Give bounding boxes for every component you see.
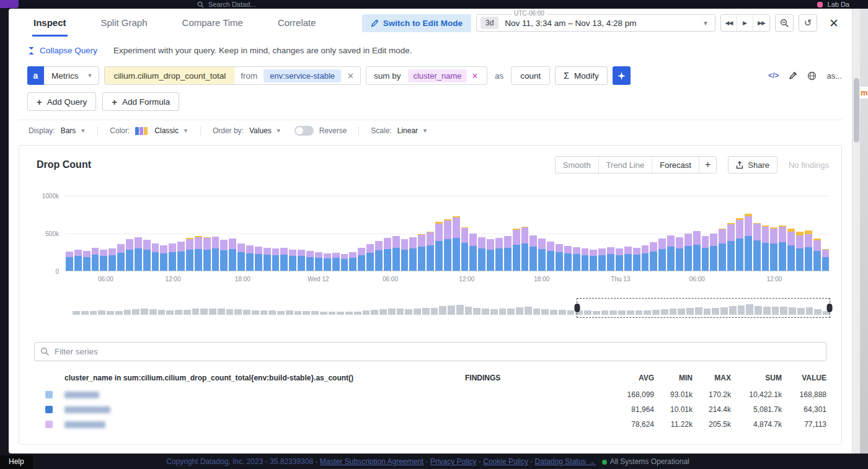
- scrollbar-thumb[interactable]: [854, 78, 859, 142]
- chart-bar[interactable]: [135, 196, 142, 271]
- skip-forward-button[interactable]: ▶▶: [753, 15, 769, 31]
- chart-bar[interactable]: [74, 196, 82, 271]
- chart-bar[interactable]: [306, 196, 314, 271]
- brush-handle-left[interactable]: [574, 304, 580, 312]
- chart-bar[interactable]: [220, 196, 228, 271]
- query-letter-badge[interactable]: a: [27, 66, 44, 85]
- display-type-dropdown[interactable]: Bars▼: [61, 126, 86, 135]
- chart-bar[interactable]: [538, 196, 546, 271]
- metrics-source-dropdown[interactable]: Metrics ▼: [44, 66, 99, 85]
- chart-bar[interactable]: [667, 196, 675, 271]
- chart-bar[interactable]: [495, 196, 503, 271]
- chart-bar[interactable]: [702, 196, 709, 271]
- footer-link[interactable]: Datadog Status →: [535, 457, 596, 466]
- col-max[interactable]: MAX: [693, 374, 731, 382]
- as-count-dropdown[interactable]: count: [511, 66, 550, 85]
- chart-bar[interactable]: [469, 196, 477, 271]
- chart-bar[interactable]: [186, 196, 193, 271]
- chart-bar[interactable]: [246, 196, 254, 271]
- remove-group-icon[interactable]: ✕: [467, 71, 484, 81]
- scale-dropdown[interactable]: Linear▼: [397, 126, 428, 135]
- chart-bar[interactable]: [762, 196, 769, 271]
- metric-name-field[interactable]: cilium.cilium_drop_count_total: [105, 67, 234, 84]
- vertical-scrollbar[interactable]: [852, 9, 860, 454]
- chart-bar[interactable]: [255, 196, 262, 271]
- chart-bar[interactable]: [813, 196, 821, 271]
- chart-bar[interactable]: [564, 196, 572, 271]
- chart-bar[interactable]: [264, 196, 271, 271]
- chart-bar[interactable]: [607, 196, 614, 271]
- chart-bar[interactable]: [598, 196, 606, 271]
- close-icon[interactable]: ✕: [826, 15, 842, 31]
- code-icon[interactable]: </>: [768, 71, 779, 80]
- eyedropper-icon[interactable]: [789, 71, 797, 80]
- chart-bar[interactable]: [409, 196, 417, 271]
- chart-bar[interactable]: [650, 196, 657, 271]
- help-button[interactable]: Help: [0, 455, 33, 469]
- chart-bar[interactable]: [324, 196, 331, 271]
- datadog-logo[interactable]: [0, 0, 19, 8]
- chart-bar[interactable]: [727, 196, 735, 271]
- chart-bar[interactable]: [770, 196, 777, 271]
- chart-plot[interactable]: [65, 196, 830, 271]
- chart-bar[interactable]: [418, 196, 425, 271]
- skip-back-button[interactable]: ◀◀: [721, 15, 737, 31]
- chart-bar[interactable]: [658, 196, 666, 271]
- add-query-button[interactable]: + Add Query: [27, 92, 96, 111]
- col-min[interactable]: MIN: [654, 374, 693, 382]
- chart-bar[interactable]: [298, 196, 305, 271]
- add-formula-button[interactable]: + Add Formula: [102, 92, 179, 111]
- chart-bar[interactable]: [504, 196, 512, 271]
- tab-compare-time[interactable]: Compare Time: [181, 9, 244, 37]
- chart-bar[interactable]: [229, 196, 236, 271]
- chart-bar[interactable]: [401, 196, 409, 271]
- chart-bar[interactable]: [616, 196, 623, 271]
- chart-bar[interactable]: [693, 196, 701, 271]
- col-avg[interactable]: AVG: [611, 374, 654, 382]
- global-search[interactable]: Search Datad...: [197, 1, 255, 8]
- chart-bar[interactable]: [684, 196, 692, 271]
- group-tag-chip[interactable]: cluster_name: [408, 69, 466, 82]
- chart-bar[interactable]: [444, 196, 451, 271]
- chart-bar[interactable]: [427, 196, 434, 271]
- chart-bar[interactable]: [152, 196, 159, 271]
- chart-bar[interactable]: [92, 196, 99, 271]
- col-sum[interactable]: SUM: [731, 374, 782, 382]
- switch-to-edit-mode-button[interactable]: Switch to Edit Mode: [362, 14, 471, 32]
- chart-bar[interactable]: [66, 196, 73, 271]
- chart-bar[interactable]: [280, 196, 288, 271]
- tab-split-graph[interactable]: Split Graph: [100, 9, 149, 37]
- chart-bar[interactable]: [108, 196, 116, 271]
- chart-bar[interactable]: [237, 196, 245, 271]
- footer-link[interactable]: Privacy Policy: [430, 457, 477, 466]
- chart-bar[interactable]: [289, 196, 296, 271]
- chart-bar[interactable]: [521, 196, 529, 271]
- chart-bar[interactable]: [556, 196, 563, 271]
- chart-bar[interactable]: [642, 196, 649, 271]
- filter-tag-chip[interactable]: env:service-stable: [264, 69, 341, 82]
- chart-bar[interactable]: [513, 196, 520, 271]
- smooth-button[interactable]: Smooth: [556, 157, 599, 173]
- topbar-account[interactable]: Lab Da: [817, 1, 849, 8]
- chart-bar[interactable]: [529, 196, 537, 271]
- trend-line-button[interactable]: Trend Line: [599, 157, 653, 173]
- chart-bar[interactable]: [624, 196, 632, 271]
- tab-inspect[interactable]: Inspect: [32, 9, 68, 37]
- chart-bar[interactable]: [366, 196, 374, 271]
- footer-link[interactable]: Master Subscription Agreement: [320, 457, 423, 466]
- history-refresh-button[interactable]: ↺: [799, 14, 817, 32]
- chart-bar[interactable]: [272, 196, 280, 271]
- globe-icon[interactable]: [807, 71, 817, 81]
- chart-bar[interactable]: [349, 196, 356, 271]
- tab-correlate[interactable]: Correlate: [277, 9, 317, 37]
- chart-bar[interactable]: [590, 196, 597, 271]
- chart-bar[interactable]: [805, 196, 812, 271]
- series-swatch[interactable]: [45, 391, 53, 398]
- chart-bar[interactable]: [332, 196, 340, 271]
- chart-bar[interactable]: [100, 196, 107, 271]
- chart-bar[interactable]: [203, 196, 211, 271]
- time-range-selector[interactable]: UTC-06:00 3d Nov 11, 3:34 am – Nov 13, 4…: [476, 14, 715, 32]
- time-brush[interactable]: [73, 300, 830, 316]
- chart-bar[interactable]: [212, 196, 219, 271]
- chart-bar[interactable]: [169, 196, 176, 271]
